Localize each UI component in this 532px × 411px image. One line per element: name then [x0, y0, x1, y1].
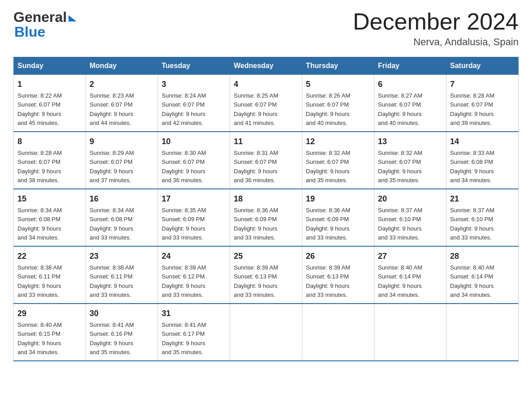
table-row: 24Sunrise: 8:39 AMSunset: 6:12 PMDayligh…: [158, 246, 230, 304]
col-header-monday: Monday: [86, 57, 158, 75]
calendar-week-row: 1Sunrise: 8:22 AMSunset: 6:07 PMDaylight…: [14, 75, 519, 132]
logo-arrow-icon: [69, 15, 77, 21]
col-header-wednesday: Wednesday: [230, 57, 302, 75]
day-number: 31: [162, 308, 226, 320]
day-number: 1: [17, 78, 82, 90]
table-row: 21Sunrise: 8:37 AMSunset: 6:10 PMDayligh…: [446, 189, 519, 246]
calendar-week-row: 22Sunrise: 8:38 AMSunset: 6:11 PMDayligh…: [14, 246, 519, 304]
page-subtitle: Nerva, Andalusia, Spain: [353, 36, 519, 48]
day-number: 26: [306, 250, 370, 262]
table-row: [374, 304, 446, 361]
day-info: Sunrise: 8:36 AMSunset: 6:09 PMDaylight:…: [234, 207, 278, 241]
day-info: Sunrise: 8:30 AMSunset: 6:07 PMDaylight:…: [162, 150, 206, 184]
day-number: 11: [234, 136, 298, 148]
day-number: 24: [162, 250, 226, 262]
calendar-week-row: 8Sunrise: 8:28 AMSunset: 6:07 PMDaylight…: [14, 132, 519, 189]
day-info: Sunrise: 8:25 AMSunset: 6:07 PMDaylight:…: [234, 92, 278, 126]
day-number: 8: [17, 136, 82, 148]
day-info: Sunrise: 8:28 AMSunset: 6:07 PMDaylight:…: [17, 150, 62, 184]
table-row: 28Sunrise: 8:40 AMSunset: 6:14 PMDayligh…: [446, 246, 519, 304]
table-row: [446, 304, 519, 361]
day-number: 6: [378, 78, 442, 90]
calendar-table: Sunday Monday Tuesday Wednesday Thursday…: [13, 57, 519, 361]
table-row: 20Sunrise: 8:37 AMSunset: 6:10 PMDayligh…: [374, 189, 446, 246]
day-number: 27: [378, 250, 442, 262]
day-info: Sunrise: 8:32 AMSunset: 6:07 PMDaylight:…: [306, 150, 350, 184]
day-number: 30: [90, 308, 154, 320]
table-row: 25Sunrise: 8:39 AMSunset: 6:13 PMDayligh…: [230, 246, 302, 304]
day-info: Sunrise: 8:33 AMSunset: 6:08 PMDaylight:…: [450, 150, 494, 184]
day-number: 2: [90, 78, 154, 90]
table-row: 10Sunrise: 8:30 AMSunset: 6:07 PMDayligh…: [158, 132, 230, 189]
col-header-tuesday: Tuesday: [158, 57, 230, 75]
day-info: Sunrise: 8:34 AMSunset: 6:08 PMDaylight:…: [17, 207, 62, 241]
day-info: Sunrise: 8:38 AMSunset: 6:11 PMDaylight:…: [17, 264, 62, 298]
day-number: 25: [234, 250, 298, 262]
table-row: 19Sunrise: 8:36 AMSunset: 6:09 PMDayligh…: [302, 189, 374, 246]
day-info: Sunrise: 8:27 AMSunset: 6:07 PMDaylight:…: [378, 92, 422, 126]
day-number: 7: [450, 78, 515, 90]
table-row: 4Sunrise: 8:25 AMSunset: 6:07 PMDaylight…: [230, 75, 302, 132]
table-row: 18Sunrise: 8:36 AMSunset: 6:09 PMDayligh…: [230, 189, 302, 246]
day-number: 28: [450, 250, 515, 262]
table-row: 31Sunrise: 8:41 AMSunset: 6:17 PMDayligh…: [158, 304, 230, 361]
day-number: 15: [17, 193, 82, 205]
day-info: Sunrise: 8:39 AMSunset: 6:13 PMDaylight:…: [306, 264, 350, 298]
table-row: 7Sunrise: 8:28 AMSunset: 6:07 PMDaylight…: [446, 75, 519, 132]
col-header-sunday: Sunday: [14, 57, 86, 75]
day-number: 17: [162, 193, 226, 205]
day-number: 21: [450, 193, 515, 205]
day-number: 5: [306, 78, 370, 90]
table-row: 26Sunrise: 8:39 AMSunset: 6:13 PMDayligh…: [302, 246, 374, 304]
day-info: Sunrise: 8:26 AMSunset: 6:07 PMDaylight:…: [306, 92, 350, 126]
page-header: General Blue December 2024 Nerva, Andalu…: [13, 9, 519, 48]
day-number: 4: [234, 78, 298, 90]
title-area: December 2024 Nerva, Andalusia, Spain: [353, 9, 519, 48]
day-number: 22: [17, 250, 82, 262]
day-info: Sunrise: 8:23 AMSunset: 6:07 PMDaylight:…: [90, 92, 134, 126]
day-info: Sunrise: 8:29 AMSunset: 6:07 PMDaylight:…: [90, 150, 134, 184]
calendar-week-row: 15Sunrise: 8:34 AMSunset: 6:08 PMDayligh…: [14, 189, 519, 246]
day-info: Sunrise: 8:34 AMSunset: 6:08 PMDaylight:…: [90, 207, 134, 241]
day-info: Sunrise: 8:40 AMSunset: 6:14 PMDaylight:…: [378, 264, 422, 298]
day-info: Sunrise: 8:37 AMSunset: 6:10 PMDaylight:…: [450, 207, 494, 241]
logo-general-text: General: [13, 9, 67, 26]
table-row: 14Sunrise: 8:33 AMSunset: 6:08 PMDayligh…: [446, 132, 519, 189]
table-row: 8Sunrise: 8:28 AMSunset: 6:07 PMDaylight…: [14, 132, 86, 189]
logo: General Blue: [13, 9, 77, 40]
day-info: Sunrise: 8:41 AMSunset: 6:16 PMDaylight:…: [90, 321, 134, 355]
table-row: 13Sunrise: 8:32 AMSunset: 6:07 PMDayligh…: [374, 132, 446, 189]
col-header-friday: Friday: [374, 57, 446, 75]
day-number: 9: [90, 136, 154, 148]
day-info: Sunrise: 8:40 AMSunset: 6:14 PMDaylight:…: [450, 264, 494, 298]
day-info: Sunrise: 8:39 AMSunset: 6:13 PMDaylight:…: [234, 264, 278, 298]
calendar-header-row: Sunday Monday Tuesday Wednesday Thursday…: [14, 57, 519, 75]
table-row: 9Sunrise: 8:29 AMSunset: 6:07 PMDaylight…: [86, 132, 158, 189]
calendar-week-row: 29Sunrise: 8:40 AMSunset: 6:15 PMDayligh…: [14, 304, 519, 361]
table-row: [230, 304, 302, 361]
day-info: Sunrise: 8:22 AMSunset: 6:07 PMDaylight:…: [17, 92, 62, 126]
table-row: 3Sunrise: 8:24 AMSunset: 6:07 PMDaylight…: [158, 75, 230, 132]
page-title: December 2024: [353, 9, 519, 34]
day-info: Sunrise: 8:36 AMSunset: 6:09 PMDaylight:…: [306, 207, 350, 241]
col-header-thursday: Thursday: [302, 57, 374, 75]
day-info: Sunrise: 8:28 AMSunset: 6:07 PMDaylight:…: [450, 92, 494, 126]
day-number: 29: [17, 308, 82, 320]
day-number: 13: [378, 136, 442, 148]
table-row: 11Sunrise: 8:31 AMSunset: 6:07 PMDayligh…: [230, 132, 302, 189]
day-number: 23: [90, 250, 154, 262]
day-number: 20: [378, 193, 442, 205]
day-number: 3: [162, 78, 226, 90]
day-info: Sunrise: 8:38 AMSunset: 6:11 PMDaylight:…: [90, 264, 134, 298]
day-info: Sunrise: 8:35 AMSunset: 6:09 PMDaylight:…: [162, 207, 206, 241]
table-row: 6Sunrise: 8:27 AMSunset: 6:07 PMDaylight…: [374, 75, 446, 132]
day-number: 12: [306, 136, 370, 148]
day-info: Sunrise: 8:32 AMSunset: 6:07 PMDaylight:…: [378, 150, 422, 184]
table-row: 2Sunrise: 8:23 AMSunset: 6:07 PMDaylight…: [86, 75, 158, 132]
day-number: 14: [450, 136, 515, 148]
day-number: 16: [90, 193, 154, 205]
table-row: 15Sunrise: 8:34 AMSunset: 6:08 PMDayligh…: [14, 189, 86, 246]
table-row: 5Sunrise: 8:26 AMSunset: 6:07 PMDaylight…: [302, 75, 374, 132]
day-info: Sunrise: 8:41 AMSunset: 6:17 PMDaylight:…: [162, 321, 206, 355]
table-row: 23Sunrise: 8:38 AMSunset: 6:11 PMDayligh…: [86, 246, 158, 304]
